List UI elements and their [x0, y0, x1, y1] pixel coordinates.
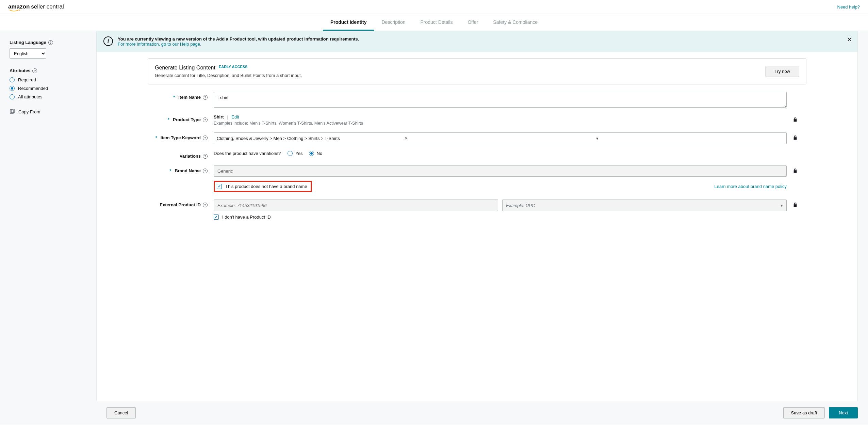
cancel-button[interactable]: Cancel	[107, 407, 136, 418]
radio-icon	[10, 86, 15, 91]
variations-label: Variations ?	[148, 151, 208, 159]
logo-text-seller-central: seller central	[31, 3, 64, 10]
item-name-label: *Item Name ?	[148, 92, 208, 100]
no-product-id-label: I don't have a Product ID	[222, 215, 271, 220]
attr-all[interactable]: All attributes	[10, 94, 87, 99]
help-icon[interactable]: ?	[203, 136, 208, 140]
chevron-down-icon[interactable]: ▾	[596, 136, 784, 141]
footer-bar: Cancel Save as draft Next	[0, 401, 868, 425]
tab-description[interactable]: Description	[374, 14, 413, 31]
radio-label: Required	[18, 77, 36, 82]
no-product-id-checkbox[interactable]	[214, 215, 219, 220]
need-help-link[interactable]: Need help?	[837, 4, 860, 10]
combo-value: Clothing, Shoes & Jewelry > Men > Clothi…	[217, 136, 404, 141]
next-button[interactable]: Next	[829, 407, 858, 418]
product-type-value: Shirt	[214, 114, 224, 120]
radio-label: No	[317, 151, 323, 156]
tab-safety-compliance[interactable]: Safety & Compliance	[486, 14, 545, 31]
tab-offer[interactable]: Offer	[460, 14, 486, 31]
no-brand-checkbox[interactable]	[217, 184, 222, 189]
radio-icon	[10, 77, 15, 82]
product-type-examples: Examples include: Men's T-Shirts, Women'…	[214, 121, 787, 126]
external-product-id-label: External Product ID ?	[148, 200, 208, 207]
main-panel: i You are currently viewing a new versio…	[96, 31, 858, 401]
variations-question: Does the product have variations?	[214, 151, 281, 156]
radio-icon	[10, 94, 15, 99]
no-brand-label: This product does not have a brand name	[225, 184, 307, 189]
radio-icon	[309, 151, 314, 156]
attr-recommended[interactable]: Recommended	[10, 86, 87, 91]
help-icon[interactable]: ?	[203, 169, 208, 173]
lock-icon	[793, 117, 798, 122]
help-icon[interactable]: ?	[203, 154, 208, 159]
close-icon[interactable]: ✕	[847, 36, 852, 43]
save-draft-button[interactable]: Save as draft	[783, 407, 825, 418]
generate-subtitle: Generate content for Title, Description,…	[155, 73, 302, 78]
sidebar: Listing Language ? English Attributes ? …	[0, 31, 96, 401]
chevron-down-icon: ▾	[781, 203, 783, 208]
radio-label: Recommended	[18, 86, 48, 91]
no-brand-highlight: This product does not have a brand name	[214, 181, 312, 192]
brand-name-label: *Brand Name ?	[148, 165, 208, 173]
tab-product-identity[interactable]: Product Identity	[323, 14, 374, 31]
banner-help-link[interactable]: For more information, go to our Help pag…	[118, 42, 201, 47]
brand-name-input	[214, 165, 787, 177]
item-type-keyword-combo[interactable]: Clothing, Shoes & Jewelry > Men > Clothi…	[214, 132, 787, 144]
lock-icon	[793, 168, 798, 173]
info-icon: i	[103, 36, 113, 46]
copy-from-button[interactable]: Copy From	[10, 109, 87, 114]
item-type-keyword-label: *Item Type Keyword ?	[148, 132, 208, 140]
try-now-button[interactable]: Try now	[765, 66, 799, 77]
brand-policy-link[interactable]: Learn more about brand name policy	[715, 184, 787, 189]
lock-icon	[793, 202, 798, 207]
info-banner: i You are currently viewing a new versio…	[97, 31, 857, 52]
radio-label: Yes	[295, 151, 302, 156]
help-icon[interactable]: ?	[203, 95, 208, 100]
amazon-logo[interactable]: amazon seller central	[8, 3, 64, 10]
top-header: amazon seller central Need help?	[0, 0, 868, 14]
copy-icon	[10, 109, 15, 114]
early-access-badge: EARLY ACCESS	[219, 65, 248, 69]
clear-icon[interactable]: ✕	[404, 136, 592, 141]
radio-label: All attributes	[18, 94, 43, 99]
attr-required[interactable]: Required	[10, 77, 87, 82]
product-type-edit-link[interactable]: Edit	[231, 114, 239, 120]
variations-yes-radio[interactable]: Yes	[288, 151, 302, 156]
tabs: Product Identity Description Product Det…	[0, 14, 868, 31]
variations-no-radio[interactable]: No	[309, 151, 323, 156]
logo-text-amazon: amazon	[8, 3, 30, 10]
help-icon[interactable]: ?	[203, 203, 208, 207]
language-select[interactable]: English	[10, 48, 46, 59]
attributes-label: Attributes ?	[10, 68, 37, 73]
listing-language-label: Listing Language ?	[10, 40, 53, 45]
banner-text: You are currently viewing a new version …	[118, 36, 359, 42]
product-type-label: *Product Type ?	[148, 114, 208, 122]
lock-icon	[793, 135, 798, 140]
tab-product-details[interactable]: Product Details	[413, 14, 460, 31]
radio-icon	[288, 151, 293, 156]
help-icon[interactable]: ?	[32, 68, 37, 73]
copy-from-label: Copy From	[18, 109, 40, 114]
help-icon[interactable]: ?	[48, 40, 53, 45]
smile-icon	[8, 10, 22, 12]
generate-listing-box: Generate Listing Content EARLY ACCESS Ge…	[148, 58, 806, 84]
external-product-id-type-select: Example: UPC ▾	[502, 200, 787, 211]
item-name-input[interactable]	[214, 92, 787, 108]
help-icon[interactable]: ?	[203, 117, 208, 122]
generate-title: Generate Listing Content	[155, 65, 215, 71]
external-product-id-input	[214, 200, 498, 211]
